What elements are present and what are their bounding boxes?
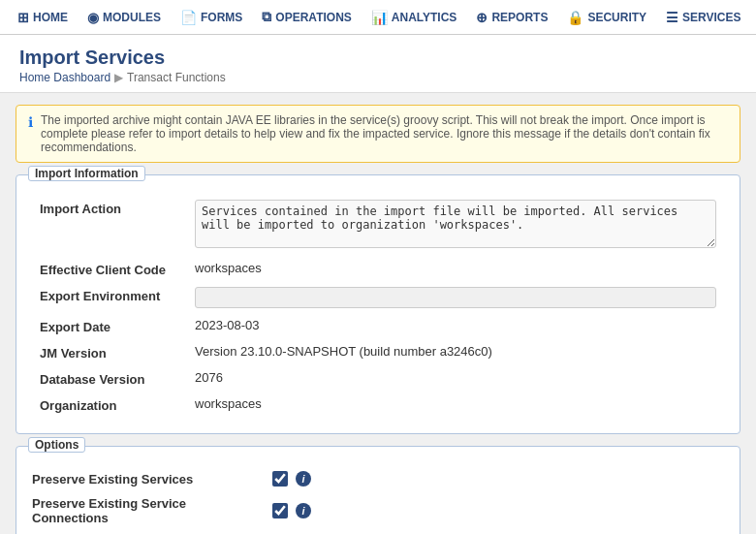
modules-icon: ◉ — [87, 10, 99, 25]
export-environment-input[interactable] — [195, 287, 716, 308]
export-date-value: 2023-08-03 — [187, 313, 724, 339]
breadcrumb-separator: ▶ — [114, 71, 123, 84]
info-icon: ℹ — [28, 114, 33, 130]
warning-text: The imported archive might contain JAVA … — [41, 113, 728, 154]
services-icon: ☰ — [666, 10, 678, 25]
table-row: Export Date 2023-08-03 — [32, 313, 724, 339]
breadcrumb: Home Dashboard ▶ Transact Functions — [19, 71, 737, 84]
preserve-services-label: Preserve Existing Services — [32, 472, 265, 487]
database-version-value: 2076 — [187, 365, 724, 392]
organization-value: workspaces — [187, 392, 724, 418]
export-environment-label: Export Environment — [32, 282, 187, 313]
import-information-body: Import Action Services contained in the … — [16, 191, 740, 433]
options-panel: Options Preserve Existing Services i Pre… — [16, 446, 740, 534]
nav-label-analytics: ANALYTICS — [392, 11, 457, 24]
effective-client-code-label: Effective Client Code — [32, 256, 187, 282]
import-information-panel: Import Information Import Action Service… — [16, 174, 740, 434]
organization-label: Organization — [32, 392, 187, 418]
nav-label-home: HOME — [33, 11, 68, 24]
operations-icon: ⧉ — [262, 9, 271, 25]
export-environment-value — [187, 282, 724, 313]
preserve-services-checkbox[interactable] — [272, 471, 288, 487]
home-icon: ⊞ — [17, 10, 29, 25]
nav-label-reports: REPORTS — [491, 11, 548, 24]
preserve-connections-checkbox[interactable] — [272, 503, 288, 518]
nav-item-operations[interactable]: ⧉ OPERATIONS — [252, 0, 361, 34]
forms-icon: 📄 — [180, 10, 197, 25]
page-title: Import Services — [19, 47, 737, 69]
preserve-services-help-icon[interactable]: i — [296, 471, 311, 487]
nav-item-home[interactable]: ⊞ HOME — [8, 0, 78, 34]
preserve-connections-label: Preserve Existing Service Connections — [32, 496, 265, 525]
table-row: Effective Client Code workspaces — [32, 256, 724, 282]
nav-item-system[interactable]: ⚙ SYSTEM — [751, 0, 756, 34]
jm-version-value: Version 23.10.0-SNAPSHOT (build number a… — [187, 339, 724, 365]
top-navigation: ⊞ HOME ◉ MODULES 📄 FORMS ⧉ OPERATIONS 📊 … — [0, 0, 756, 35]
table-row: Import Action Services contained in the … — [32, 195, 724, 256]
nav-label-security: SECURITY — [587, 11, 646, 24]
security-icon: 🔒 — [567, 10, 583, 25]
import-action-label: Import Action — [32, 195, 187, 256]
page-header: Import Services Home Dashboard ▶ Transac… — [0, 35, 756, 93]
nav-item-reports[interactable]: ⊕ REPORTS — [466, 0, 557, 34]
nav-item-analytics[interactable]: 📊 ANALYTICS — [362, 0, 467, 34]
nav-item-forms[interactable]: 📄 FORMS — [171, 0, 252, 34]
table-row: JM Version Version 23.10.0-SNAPSHOT (bui… — [32, 339, 724, 365]
options-title: Options — [28, 437, 85, 453]
nav-label-operations: OPERATIONS — [275, 11, 351, 24]
effective-client-code-value: workspaces — [187, 256, 724, 282]
breadcrumb-current: Transact Functions — [127, 71, 226, 84]
reports-icon: ⊕ — [476, 10, 488, 25]
analytics-icon: 📊 — [371, 10, 388, 25]
preserve-connections-help-icon[interactable]: i — [296, 503, 311, 518]
option-row-1: Preserve Existing Services i — [32, 466, 724, 491]
nav-item-services[interactable]: ☰ SERVICES — [656, 0, 750, 34]
options-body: Preserve Existing Services i Preserve Ex… — [16, 462, 740, 534]
nav-label-forms: FORMS — [201, 11, 242, 24]
import-action-value: Services contained in the import file wi… — [187, 195, 724, 256]
table-row: Organization workspaces — [32, 392, 724, 418]
nav-label-services: SERVICES — [682, 11, 740, 24]
warning-banner: ℹ The imported archive might contain JAV… — [16, 105, 740, 163]
import-action-textarea[interactable]: Services contained in the import file wi… — [195, 200, 716, 248]
table-row: Export Environment — [32, 282, 724, 313]
nav-label-modules: MODULES — [103, 11, 161, 24]
table-row: Database Version 2076 — [32, 365, 724, 392]
import-information-title: Import Information — [28, 166, 145, 181]
breadcrumb-home[interactable]: Home Dashboard — [19, 71, 110, 84]
option-row-3: Preserve Service Type Defaults i — [32, 530, 724, 534]
export-date-label: Export Date — [32, 313, 187, 339]
import-form-table: Import Action Services contained in the … — [32, 195, 724, 418]
jm-version-label: JM Version — [32, 339, 187, 365]
nav-item-modules[interactable]: ◉ MODULES — [78, 0, 171, 34]
nav-item-security[interactable]: 🔒 SECURITY — [557, 0, 656, 34]
database-version-label: Database Version — [32, 365, 187, 392]
main-content: ℹ The imported archive might contain JAV… — [0, 93, 756, 534]
option-row-2: Preserve Existing Service Connections i — [32, 491, 724, 530]
